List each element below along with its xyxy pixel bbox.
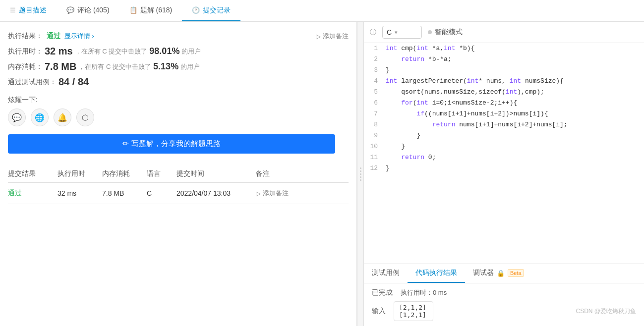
memory-label: 内存消耗： bbox=[8, 62, 43, 71]
row-add-note-button[interactable]: ▷ 添加备注 bbox=[256, 189, 349, 198]
tab-problem-desc-label: 题目描述 bbox=[19, 6, 47, 15]
result-value: 通过 bbox=[47, 32, 60, 41]
header-note: 备注 bbox=[256, 169, 349, 178]
code-line-5: 5 qsort(nums,numsSize,sizeof(int),cmp); bbox=[364, 87, 644, 98]
code-line-3: 3 } bbox=[364, 65, 644, 76]
code-toolbar: ⓘ C ▾ 智能模式 bbox=[364, 22, 644, 43]
left-panel: 执行结果： 通过 显示详情 › ▷ 添加备注 执行用时： 32 ms ，在所有 … bbox=[0, 22, 357, 326]
code-line-11: 11 return 0; bbox=[364, 152, 644, 163]
code-line-2: 2 return *b-*a; bbox=[364, 54, 644, 65]
header-result: 提交结果 bbox=[8, 169, 58, 178]
note-arrow-icon: ▷ bbox=[256, 190, 261, 197]
info-icon: ⓘ bbox=[370, 28, 376, 37]
tab-comments-label: 评论 (405) bbox=[77, 6, 110, 15]
submissions-icon: 🕐 bbox=[192, 6, 200, 14]
code-line-9: 9 } bbox=[364, 130, 644, 141]
exec-time-value: 32 ms bbox=[45, 46, 73, 57]
main-content: 执行结果： 通过 显示详情 › ▷ 添加备注 执行用时： 32 ms ，在所有 … bbox=[0, 22, 644, 326]
result-label: 执行结果： bbox=[8, 32, 43, 41]
code-line-1: 1 int cmp(int *a,int *b){ bbox=[364, 43, 644, 54]
drag-dot-3 bbox=[360, 173, 361, 175]
btab-exec-result[interactable]: 代码执行结果 bbox=[408, 264, 465, 283]
exec-result-panel: 已完成 执行用时：0 ms 输入 [2,1,2][1,2,1] CSDN @爱吃… bbox=[364, 283, 644, 326]
memory-percent: 5.13% bbox=[153, 61, 178, 72]
tab-problem-desc[interactable]: ☰ 题目描述 bbox=[0, 0, 57, 21]
ai-mode-toggle[interactable]: 智能模式 bbox=[428, 28, 463, 37]
tab-submissions[interactable]: 🕐 提交记录 bbox=[182, 0, 240, 21]
test-cases-row: 通过测试用例： 84 / 84 bbox=[8, 76, 349, 88]
header-time: 执行用时 bbox=[58, 169, 102, 178]
result-row: 执行结果： 通过 显示详情 › ▷ 添加备注 bbox=[8, 32, 349, 41]
memory-row: 内存消耗： 7.8 MB ，在所有 C 提交中击败了 5.13% 的用户 bbox=[8, 61, 349, 72]
exec-time-desc2: 的用户 bbox=[181, 47, 201, 56]
right-panel: ⓘ C ▾ 智能模式 1 int cmp(int *a,int *b){ 2 r… bbox=[364, 22, 644, 326]
code-line-12: 12 } bbox=[364, 163, 644, 174]
exec-time-row: 执行用时： 32 ms ，在所有 C 提交中击败了 98.01% 的用户 bbox=[8, 46, 349, 57]
btab-testcase-label: 测试用例 bbox=[372, 269, 400, 277]
code-line-10: 10 } bbox=[364, 141, 644, 152]
exec-time-percent: 98.01% bbox=[149, 46, 179, 56]
tab-comments[interactable]: 💬 评论 (405) bbox=[57, 0, 119, 21]
watermark: CSDN @爱吃烤秋刀鱼 bbox=[576, 307, 636, 316]
row-time: 32 ms bbox=[58, 189, 102, 197]
code-line-6: 6 for(int i=0;i<numsSize-2;i++){ bbox=[364, 98, 644, 109]
input-value: [2,1,2][1,2,1] bbox=[394, 301, 433, 321]
share-section: 炫耀一下: 💬 🌐 🔔 ⬡ bbox=[8, 96, 349, 126]
btab-debugger[interactable]: 调试器 🔒 Beta bbox=[465, 264, 532, 283]
show-detail-link[interactable]: 显示详情 › bbox=[64, 32, 94, 41]
ai-mode-label: 智能模式 bbox=[435, 28, 463, 37]
done-label: 已完成 bbox=[372, 288, 393, 297]
history-table-header: 提交结果 执行用时 内存消耗 语言 提交时间 备注 bbox=[8, 165, 349, 183]
share-douban-button[interactable]: ⬡ bbox=[76, 109, 94, 126]
memory-desc2: 的用户 bbox=[180, 62, 200, 71]
tab-solutions[interactable]: 📋 题解 (618) bbox=[119, 0, 182, 21]
done-time: 执行用时：0 ms bbox=[401, 288, 447, 297]
solutions-icon: 📋 bbox=[129, 6, 137, 14]
lang-label: C bbox=[387, 28, 392, 36]
done-row: 已完成 执行用时：0 ms bbox=[372, 288, 636, 297]
memory-value: 7.8 MB bbox=[45, 61, 76, 72]
test-cases-value: 84 / 84 bbox=[59, 76, 89, 88]
btab-testcase[interactable]: 测试用例 bbox=[364, 264, 408, 283]
write-solution-button[interactable]: ✏ 写题解，分享我的解题思路 bbox=[8, 134, 335, 154]
tab-submissions-label: 提交记录 bbox=[203, 6, 231, 15]
btab-exec-result-label: 代码执行结果 bbox=[415, 269, 457, 277]
code-line-8: 8 return nums[i+1]+nums[i+2]+nums[i]; bbox=[364, 119, 644, 130]
header-lang: 语言 bbox=[147, 169, 176, 178]
drag-dot-1 bbox=[360, 167, 361, 169]
drag-dot-2 bbox=[360, 170, 361, 172]
row-result[interactable]: 通过 bbox=[8, 189, 58, 198]
memory-desc: ，在所有 C 提交中击败了 bbox=[78, 62, 151, 71]
row-memory: 7.8 MB bbox=[102, 189, 147, 197]
code-line-7: 7 if((nums[i+1]+nums[i+2])>nums[i]){ bbox=[364, 109, 644, 119]
header-submit-time: 提交时间 bbox=[176, 169, 256, 178]
tab-solutions-label: 题解 (618) bbox=[140, 6, 173, 15]
beta-badge: Beta bbox=[508, 269, 524, 277]
btab-debugger-label: 调试器 bbox=[473, 269, 494, 277]
result-section: 执行结果： 通过 显示详情 › ▷ 添加备注 执行用时： 32 ms ，在所有 … bbox=[8, 32, 349, 88]
share-wechat-button[interactable]: 💬 bbox=[8, 109, 26, 126]
input-row: 输入 [2,1,2][1,2,1] CSDN @爱吃烤秋刀鱼 bbox=[372, 301, 636, 321]
chevron-down-icon: ▾ bbox=[395, 29, 398, 36]
drag-dot-4 bbox=[360, 176, 361, 178]
input-label: 输入 bbox=[372, 307, 390, 316]
header-mem: 内存消耗 bbox=[102, 169, 147, 178]
test-cases-label: 通过测试用例： bbox=[8, 78, 57, 87]
row-lang: C bbox=[147, 189, 176, 197]
share-weibo-button[interactable]: 🌐 bbox=[31, 109, 49, 126]
share-icons: 💬 🌐 🔔 ⬡ bbox=[8, 109, 349, 126]
code-editor[interactable]: 1 int cmp(int *a,int *b){ 2 return *b-*a… bbox=[364, 43, 644, 264]
share-notify-button[interactable]: 🔔 bbox=[54, 109, 71, 126]
add-note-button[interactable]: ▷ 添加备注 bbox=[316, 32, 349, 41]
table-row: 通过 32 ms 7.8 MB C 2022/04/07 13:03 ▷ 添加备… bbox=[8, 183, 349, 204]
problem-desc-icon: ☰ bbox=[10, 6, 16, 14]
resize-handle[interactable] bbox=[357, 22, 364, 326]
comments-icon: 💬 bbox=[66, 6, 74, 14]
note-icon: ▷ bbox=[316, 33, 321, 40]
exec-time-label: 执行用时： bbox=[8, 47, 43, 56]
language-selector[interactable]: C ▾ bbox=[382, 26, 422, 39]
code-line-4: 4 int largestPerimeter(int* nums, int nu… bbox=[364, 76, 644, 87]
bottom-tab-bar: 测试用例 代码执行结果 调试器 🔒 Beta bbox=[364, 264, 644, 283]
top-tab-bar: ☰ 题目描述 💬 评论 (405) 📋 题解 (618) 🕐 提交记录 bbox=[0, 0, 644, 22]
row-submit-time: 2022/04/07 13:03 bbox=[176, 189, 256, 197]
